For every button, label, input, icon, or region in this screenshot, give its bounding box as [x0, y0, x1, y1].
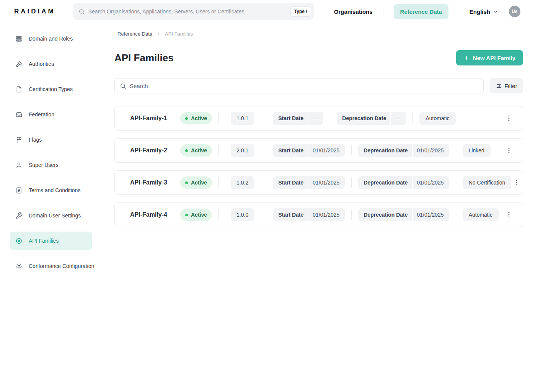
start-date-label: Start Date	[273, 112, 308, 125]
sidebar-item-flags[interactable]: Flags	[10, 131, 92, 149]
sidebar-item-super-users[interactable]: Super Users	[10, 156, 92, 174]
row-divider	[351, 145, 352, 155]
status-badge: Active	[180, 176, 212, 189]
sidebar-item-certification-types[interactable]: Certification Types	[10, 80, 92, 98]
family-name: API-Family-4	[130, 211, 180, 218]
status-badge: Active	[180, 209, 212, 221]
deprecation-date-value: 01/01/2025	[412, 144, 449, 157]
row-divider	[456, 178, 456, 188]
certification-pill: Automatic	[419, 112, 455, 125]
list-search-input[interactable]	[130, 83, 478, 89]
main-content: Reference Data API Families API Families…	[102, 23, 551, 227]
keyboard-shortcut-hint: Type /	[290, 7, 311, 16]
sidebar-item-domain-user-settings[interactable]: Domain User Settings	[10, 206, 92, 225]
start-date-value: 01/01/2025	[308, 208, 345, 221]
search-icon	[120, 83, 126, 89]
nav-organisations[interactable]: Organisations	[334, 8, 373, 15]
language-label: English	[469, 8, 490, 15]
sidebar-item-label: Super Users	[29, 162, 59, 168]
inbox-icon	[15, 111, 23, 118]
sidebar-item-label: Flags	[29, 137, 42, 143]
chevron-down-icon	[493, 9, 499, 15]
deprecation-date-value: 01/01/2025	[412, 208, 449, 221]
sidebar-item-authorities[interactable]: Authorities	[10, 55, 92, 73]
family-name: API-Family-3	[130, 179, 180, 186]
certification-pill: No Certification	[463, 176, 512, 189]
flag-icon	[15, 136, 23, 144]
deprecation-date-pill: Deprecation Date —	[337, 112, 406, 125]
start-date-pill: Start Date 01/01/2025	[273, 208, 345, 221]
title-row: API Families New API Family	[114, 50, 523, 65]
version-pill: 2.0.1	[231, 144, 254, 157]
row-menu-button[interactable]	[504, 209, 514, 220]
deprecation-date-label: Deprecation Date	[358, 208, 412, 221]
start-date-label: Start Date	[273, 176, 308, 189]
status-label: Active	[191, 180, 207, 186]
breadcrumb-parent[interactable]: Reference Data	[117, 31, 152, 37]
nav-reference-data[interactable]: Reference Data	[394, 4, 448, 19]
global-search-input[interactable]	[88, 8, 287, 15]
start-date-pill: Start Date 01/01/2025	[273, 176, 345, 189]
kebab-icon	[505, 147, 513, 154]
start-date-pill: Start Date 01/01/2025	[273, 144, 345, 157]
row-menu-button[interactable]	[504, 113, 514, 124]
api-family-row: API-Family-4 Active 1.0.0 Start Date 01/…	[114, 203, 523, 227]
status-dot-icon	[185, 149, 188, 152]
filter-button[interactable]: Filter	[490, 78, 523, 93]
status-badge: Active	[180, 144, 212, 157]
row-menu-button[interactable]	[511, 177, 522, 188]
start-date-value: 01/01/2025	[308, 144, 345, 157]
user-icon	[15, 162, 23, 169]
gavel-icon	[15, 60, 23, 68]
row-divider	[456, 210, 456, 220]
new-api-family-button[interactable]: New API Family	[456, 50, 523, 65]
status-label: Active	[191, 147, 207, 154]
row-menu-button[interactable]	[504, 145, 514, 156]
start-date-pill: Start Date —	[273, 112, 323, 125]
sidebar-item-label: API Families	[29, 238, 59, 244]
language-selector[interactable]: English	[469, 8, 499, 15]
deprecation-date-pill: Deprecation Date 01/01/2025	[358, 176, 449, 189]
deprecation-date-pill: Deprecation Date 01/01/2025	[358, 144, 449, 157]
avatar[interactable]: Us	[509, 6, 520, 17]
row-divider	[218, 113, 219, 123]
chevron-right-icon	[156, 31, 161, 36]
certification-pill: Linked	[463, 144, 491, 157]
deprecation-date-pill: Deprecation Date 01/01/2025	[358, 208, 449, 221]
version-pill: 1.0.2	[231, 176, 254, 189]
sidebar-item-terms-and-conditions[interactable]: Terms and Conditions	[10, 181, 92, 199]
sidebar-item-conformance-configuration[interactable]: Conformance Configuration	[10, 257, 92, 275]
sidebar-item-api-families[interactable]: API Families	[10, 232, 92, 250]
status-label: Active	[191, 212, 207, 218]
start-date-label: Start Date	[273, 144, 308, 157]
sidebar-item-label: Certification Types	[29, 86, 73, 92]
sidebar: Domain and Roles Authorities Certificati…	[0, 23, 102, 392]
status-badge: Active	[180, 112, 212, 124]
sidebar-item-domain-and-roles[interactable]: Domain and Roles	[10, 29, 92, 48]
global-search[interactable]: Type /	[73, 3, 314, 20]
row-divider	[266, 113, 266, 123]
row-divider	[266, 178, 266, 188]
toolbar: Filter	[114, 78, 523, 93]
status-label: Active	[191, 115, 207, 121]
row-divider	[351, 178, 352, 188]
api-family-row: API-Family-3 Active 1.0.2 Start Date 01/…	[114, 170, 523, 195]
filter-sliders-icon	[496, 83, 502, 89]
sidebar-item-federation[interactable]: Federation	[10, 105, 92, 124]
sidebar-item-label: Domain User Settings	[29, 212, 81, 219]
start-date-label: Start Date	[273, 208, 308, 221]
row-divider	[351, 210, 352, 220]
row-divider	[412, 113, 413, 123]
topbar-right: Organisations Reference Data English Us	[334, 4, 520, 19]
list-search[interactable]	[114, 78, 484, 93]
api-family-row: API-Family-2 Active 2.0.1 Start Date 01/…	[114, 138, 523, 163]
row-divider	[266, 210, 266, 220]
topbar-divider	[459, 7, 459, 16]
family-name: API-Family-2	[130, 147, 180, 154]
topbar: RAIDIAM Type / Organisations Reference D…	[0, 0, 551, 23]
search-icon	[78, 8, 85, 15]
status-dot-icon	[185, 214, 188, 216]
kebab-icon	[505, 211, 513, 219]
new-api-family-label: New API Family	[473, 55, 515, 61]
row-divider	[218, 178, 219, 188]
